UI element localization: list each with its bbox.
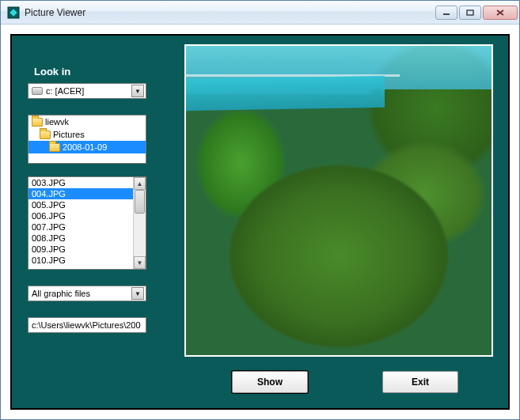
directory-item-label: liewvk	[45, 117, 69, 127]
file-list[interactable]: 003.JPG004.JPG005.JPG006.JPG007.JPG008.J…	[28, 176, 146, 270]
look-in-label: Look in	[34, 66, 70, 78]
exit-button[interactable]: Exit	[382, 371, 458, 393]
app-icon	[7, 6, 20, 19]
main-panel: Look in c: [ACER] ▼ liewvkPictures2008-0…	[10, 34, 510, 410]
file-list-scrollbar[interactable]: ▲ ▼	[133, 177, 146, 269]
file-item[interactable]: 008.JPG	[28, 233, 133, 244]
close-button[interactable]	[483, 6, 518, 20]
file-item[interactable]: 005.JPG	[28, 199, 133, 210]
svg-rect-2	[443, 13, 450, 15]
minimize-button[interactable]	[435, 6, 457, 20]
drive-combo[interactable]: c: [ACER] ▼	[28, 83, 146, 99]
directory-item-label: 2008-01-09	[63, 142, 107, 152]
drive-icon	[32, 87, 43, 95]
scroll-up-button[interactable]: ▲	[134, 177, 146, 190]
scroll-thumb[interactable]	[135, 190, 145, 214]
file-item[interactable]: 007.JPG	[28, 221, 133, 233]
filter-dropdown-button[interactable]: ▼	[131, 287, 144, 300]
drive-dropdown-button[interactable]: ▼	[131, 85, 144, 97]
folder-icon	[32, 118, 43, 127]
file-item[interactable]: 010.JPG	[28, 255, 133, 266]
directory-item-label: Pictures	[53, 130, 85, 139]
client-area: Look in c: [ACER] ▼ liewvkPictures2008-0…	[1, 25, 519, 419]
app-window: Picture Viewer Look in c: [ACER] ▼ liewv…	[0, 0, 520, 420]
directory-item[interactable]: liewvk	[28, 115, 146, 128]
picture-content	[186, 46, 492, 355]
file-item[interactable]: 003.JPG	[28, 177, 133, 188]
drive-text: c: [ACER]	[46, 86, 131, 96]
folder-icon	[40, 131, 51, 139]
directory-item[interactable]: 2008-01-09	[28, 141, 146, 153]
titlebar[interactable]: Picture Viewer	[1, 1, 519, 25]
folder-icon	[49, 143, 60, 152]
file-item[interactable]: 009.JPG	[28, 244, 133, 255]
directory-list[interactable]: liewvkPictures2008-01-09	[28, 115, 146, 164]
window-controls	[435, 6, 518, 20]
maximize-button[interactable]	[459, 6, 481, 20]
scroll-down-button[interactable]: ▼	[134, 256, 146, 269]
file-item[interactable]: 006.JPG	[28, 210, 133, 221]
scroll-track[interactable]	[134, 190, 146, 256]
file-item[interactable]: 004.JPG	[28, 188, 133, 199]
svg-rect-3	[467, 10, 473, 15]
show-button[interactable]: Show	[232, 371, 308, 393]
picture-frame	[184, 44, 493, 357]
file-filter-text: All graphic files	[32, 289, 131, 298]
file-filter-combo[interactable]: All graphic files ▼	[28, 286, 146, 301]
path-input[interactable]	[28, 317, 146, 333]
directory-item[interactable]: Pictures	[28, 128, 146, 141]
window-title: Picture Viewer	[25, 7, 431, 18]
